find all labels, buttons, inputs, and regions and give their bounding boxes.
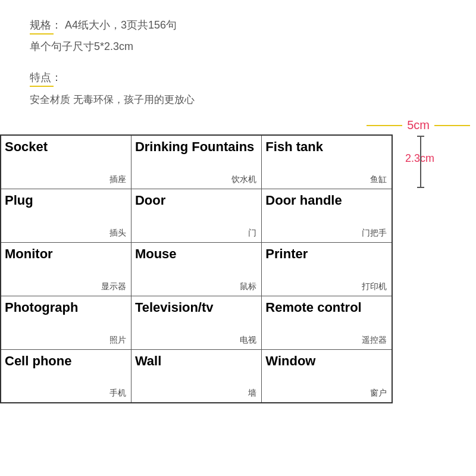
cell-english: Photograph [5, 300, 127, 315]
cell-chinese: 鼠标 [240, 281, 256, 292]
cell-english: Door [135, 193, 258, 208]
table-cell-r2-c0: Monitor显示器 [1, 242, 131, 296]
table-cell-r0-c1: Drinking Fountains饮水机 [131, 135, 261, 189]
dim-width-label: 5cm [407, 118, 430, 132]
cell-english: Door handle [265, 193, 388, 208]
features-title: 特点： [30, 70, 446, 87]
features-label: 特点 [30, 71, 51, 83]
cell-chinese: 显示器 [101, 281, 126, 292]
cell-chinese: 门 [248, 228, 256, 239]
table-cell-r0-c2: Fish tank鱼缸 [262, 135, 392, 189]
cell-english: Fish tank [265, 139, 388, 155]
cell-english: Monitor [5, 246, 127, 262]
spec-value: A4纸大小，3页共156句 [65, 19, 177, 31]
dimension-row: 5cm [0, 118, 476, 132]
table-cell-r0-c0: Socket插座 [1, 135, 131, 189]
cell-chinese: 电视 [240, 335, 256, 346]
info-section: 规格： A4纸大小，3页共156句 单个句子尺寸5*2.3cm [0, 0, 476, 64]
cell-chinese: 手机 [109, 388, 126, 399]
table-cell-r3-c1: Television/tv电视 [131, 296, 261, 349]
size-line: 单个句子尺寸5*2.3cm [30, 39, 446, 54]
table-cell-r2-c1: Mouse鼠标 [131, 242, 261, 296]
table-cell-r3-c2: Remote control遥控器 [262, 296, 392, 349]
cell-chinese: 饮水机 [231, 174, 256, 185]
cell-chinese: 打印机 [362, 281, 387, 292]
table-cell-r3-c0: Photograph照片 [1, 296, 131, 349]
dim-top-tick [417, 136, 424, 137]
spec-line: 规格： A4纸大小，3页共156句 [30, 18, 446, 35]
cell-chinese: 插座 [109, 174, 126, 185]
cell-chinese: 鱼缸 [370, 174, 387, 185]
cell-chinese: 照片 [109, 335, 126, 346]
cell-chinese: 遥控器 [362, 335, 387, 346]
cell-english: Printer [265, 246, 388, 262]
cell-english: Mouse [135, 246, 258, 262]
cell-english: Window [265, 353, 388, 369]
dim-line-left [367, 125, 402, 126]
cell-chinese: 墙 [248, 388, 256, 399]
cell-english: Cell phone [5, 353, 127, 369]
dim-line-right [434, 125, 470, 126]
cell-english: Wall [135, 353, 258, 369]
table-cell-r4-c2: Window窗户 [262, 349, 392, 403]
dim-bottom-tick [417, 187, 424, 188]
features-section: 特点： 安全材质 无毒环保，孩子用的更放心 [0, 64, 476, 112]
cell-english: Plug [5, 193, 127, 208]
spec-label: 规格 [30, 19, 51, 31]
cell-chinese: 窗户 [370, 388, 387, 399]
cell-english: Socket [5, 139, 127, 155]
cell-english: Drinking Fountains [135, 139, 258, 155]
size-label: 单个句子尺寸5*2.3cm [30, 40, 133, 52]
table-container: Socket插座Drinking Fountains饮水机Fish tank鱼缸… [0, 134, 393, 403]
table-cell-r1-c2: Door handle门把手 [262, 189, 392, 242]
cell-chinese: 门把手 [362, 228, 387, 239]
table-cell-r4-c1: Wall墙 [131, 349, 261, 403]
cell-english: Television/tv [135, 300, 258, 315]
colon1: ： [51, 19, 62, 31]
table-cell-r2-c2: Printer打印机 [262, 242, 392, 296]
cell-chinese: 插头 [109, 228, 126, 239]
cell-english: Remote control [265, 300, 388, 315]
dim-height-line [420, 136, 421, 187]
vocabulary-table: Socket插座Drinking Fountains饮水机Fish tank鱼缸… [0, 134, 393, 403]
table-cell-r4-c0: Cell phone手机 [1, 349, 131, 403]
features-desc: 安全材质 无毒环保，孩子用的更放心 [30, 93, 446, 107]
table-cell-r1-c0: Plug插头 [1, 189, 131, 242]
table-cell-r1-c1: Door门 [131, 189, 261, 242]
